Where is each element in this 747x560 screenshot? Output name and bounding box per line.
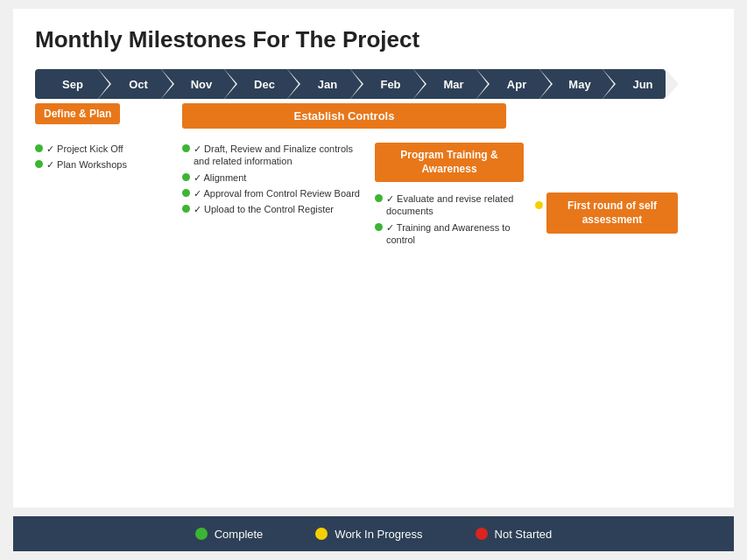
establish-controls-bar: Establish Controls bbox=[182, 103, 506, 129]
middle-bullet-text-1: ✓ Draft, Review and Finalize controls an… bbox=[194, 143, 370, 168]
left-bullet-list: ✓ Project Kick Off ✓ Plan Workshops bbox=[35, 143, 178, 172]
page: Monthly Milestones For The Project Sep O… bbox=[0, 0, 747, 560]
middle-bullets: ✓ Draft, Review and Finalize controls an… bbox=[182, 143, 375, 219]
page-title: Monthly Milestones For The Project bbox=[35, 26, 712, 53]
middle-bullet-3: ✓ Approval from Control Review Board bbox=[182, 187, 370, 200]
right-bullet-2: ✓ Training and Awareness to control bbox=[375, 221, 528, 247]
right-bullet-list: ✓ Evaluate and revise related documents … bbox=[375, 192, 528, 246]
not-started-label: Not Started bbox=[495, 528, 553, 541]
bullets-row: ✓ Project Kick Off ✓ Plan Workshops bbox=[35, 143, 712, 249]
middle-bullet-list: ✓ Draft, Review and Finalize controls an… bbox=[182, 143, 370, 215]
establish-controls-area: Establish Controls bbox=[182, 103, 506, 136]
legend-not-started: Not Started bbox=[476, 528, 553, 541]
middle-bullet-4: ✓ Upload to the Control Register bbox=[182, 203, 370, 215]
complete-label: Complete bbox=[215, 528, 264, 541]
month-sep: Sep bbox=[35, 69, 98, 99]
middle-bullet-text-3: ✓ Approval from Control Review Board bbox=[194, 187, 360, 200]
left-bullet-text-1: ✓ Project Kick Off bbox=[46, 143, 123, 155]
green-dot-3 bbox=[182, 144, 190, 152]
middle-bullet-text-4: ✓ Upload to the Control Register bbox=[194, 203, 334, 215]
middle-bullet-2: ✓ Alignment bbox=[182, 172, 370, 184]
define-plan-label: Define & Plan bbox=[35, 103, 120, 124]
middle-right-area: ✓ Draft, Review and Finalize controls an… bbox=[182, 143, 712, 249]
legend-complete: Complete bbox=[195, 528, 264, 541]
green-dot-7 bbox=[375, 194, 383, 202]
right-bullet-1: ✓ Evaluate and revise related documents bbox=[375, 192, 528, 218]
green-dot-5 bbox=[182, 189, 190, 197]
main-content: Monthly Milestones For The Project Sep O… bbox=[13, 9, 734, 508]
green-dot-6 bbox=[182, 205, 190, 213]
phase-row: Define & Plan Establish Controls bbox=[35, 103, 712, 136]
timeline: Sep Oct Nov Dec Jan Feb Mar Apr May Jun bbox=[35, 69, 712, 99]
green-dot-2 bbox=[35, 160, 43, 168]
body-area: Define & Plan Establish Controls ✓ Proje… bbox=[35, 103, 712, 490]
wip-dot bbox=[315, 528, 328, 540]
green-dot-8 bbox=[375, 223, 383, 231]
legend-wip: Work In Progress bbox=[315, 528, 422, 541]
middle-content-row: ✓ Draft, Review and Finalize controls an… bbox=[182, 143, 712, 249]
right-bullets: ✓ Evaluate and revise related documents … bbox=[375, 192, 528, 249]
left-bullet-2: ✓ Plan Workshops bbox=[35, 158, 178, 171]
not-started-dot bbox=[476, 528, 488, 540]
green-dot-1 bbox=[35, 144, 43, 152]
right-content-row: ✓ Evaluate and revise related documents … bbox=[375, 192, 712, 249]
left-bullet-1: ✓ Project Kick Off bbox=[35, 143, 178, 155]
first-round-section: First round of self assessment bbox=[535, 192, 678, 234]
left-bullets: ✓ Project Kick Off ✓ Plan Workshops bbox=[35, 143, 182, 175]
complete-dot bbox=[195, 528, 208, 540]
green-dot-4 bbox=[182, 173, 190, 181]
footer-legend: Complete Work In Progress Not Started bbox=[13, 516, 734, 551]
middle-bullet-1: ✓ Draft, Review and Finalize controls an… bbox=[182, 143, 370, 168]
first-round-box: First round of self assessment bbox=[546, 192, 678, 234]
middle-bullet-text-2: ✓ Alignment bbox=[194, 172, 246, 184]
yellow-dot bbox=[535, 201, 543, 209]
wip-label: Work In Progress bbox=[335, 528, 422, 541]
left-bullet-text-2: ✓ Plan Workshops bbox=[46, 158, 127, 171]
training-section: Program Training & Awareness ✓ Evaluate … bbox=[375, 143, 712, 249]
program-training-box: Program Training & Awareness bbox=[375, 143, 524, 182]
left-column: Define & Plan bbox=[35, 103, 182, 131]
right-bullet-text-1: ✓ Evaluate and revise related documents bbox=[386, 192, 528, 218]
right-bullet-text-2: ✓ Training and Awareness to control bbox=[386, 221, 528, 247]
